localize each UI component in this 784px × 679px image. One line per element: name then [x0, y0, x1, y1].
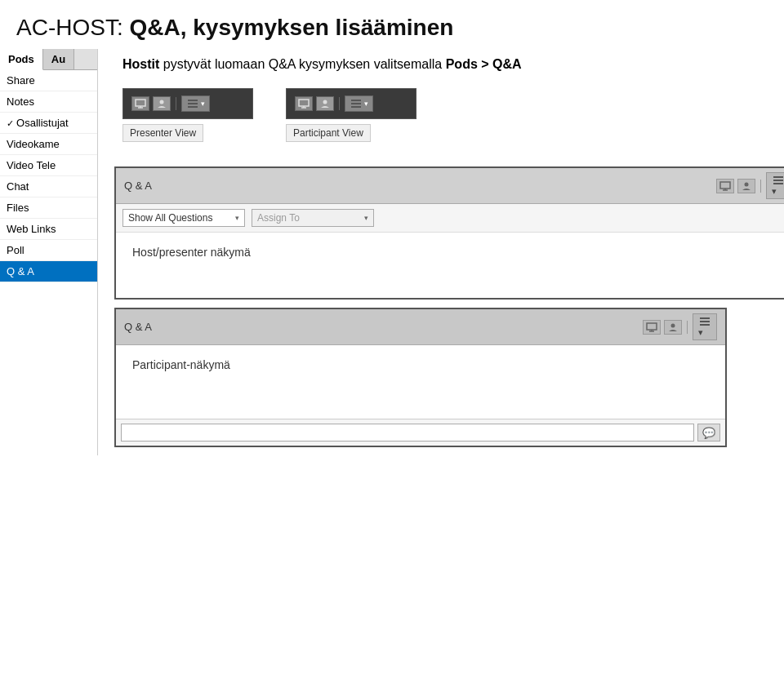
participant-screen-icon [295, 96, 313, 111]
presenter-toolbar: ▾ [128, 94, 247, 113]
qa-host-person-icon [737, 179, 755, 193]
qa-host-controls: ▾ [716, 172, 784, 199]
participant-arrow: ▾ [364, 100, 368, 108]
main-content: Pods Au Share Notes Osallistujat Videoka… [0, 49, 784, 455]
presenter-lines-icon [186, 98, 199, 109]
sidebar-item-notes[interactable]: Notes [0, 91, 97, 113]
svg-rect-0 [136, 100, 145, 106]
presenter-screen-icon [131, 96, 149, 111]
presenter-separator [176, 97, 176, 110]
sidebar-item-chat[interactable]: Chat [0, 176, 97, 197]
sidebar-tab-pods[interactable]: Pods [0, 49, 43, 70]
qa-participant-body-text: Participant-näkymä [132, 358, 230, 371]
sidebar-tab-au[interactable]: Au [43, 49, 74, 69]
sidebar-item-files[interactable]: Files [0, 197, 97, 219]
show-all-questions-arrow: ▾ [235, 214, 239, 222]
page-header: AC-HOST: Q&A, kysymyksen lisääminen [0, 0, 784, 49]
assign-to-arrow: ▾ [364, 214, 368, 222]
sidebar-item-videotele[interactable]: Video Tele [0, 155, 97, 176]
assign-to-dropdown[interactable]: Assign To ▾ [252, 209, 374, 227]
qa-participant-controls: ▾ [643, 313, 717, 340]
presenter-view-label: Presenter View [122, 124, 203, 142]
sidebar-menu: Share Notes Osallistujat Videokame Video… [0, 70, 97, 282]
qa-host-lines-icon [772, 175, 784, 186]
participant-view-panel: ▾ [286, 88, 416, 119]
right-panel: Hostit pystyvät luomaan Q&A kysymyksen v… [98, 49, 784, 455]
presenter-menu-btn[interactable]: ▾ [181, 95, 210, 112]
participant-view-label: Participant View [286, 124, 371, 142]
participant-separator [339, 97, 340, 110]
qa-host-toolbar: Show All Questions ▾ Assign To ▾ [116, 204, 784, 233]
participant-view-container: ▾ Participant View [286, 88, 416, 142]
qa-host-screen-icon [716, 179, 734, 193]
qa-host-header: Q & A ▾ [116, 168, 784, 204]
qa-send-button[interactable]: 💬 [697, 424, 720, 442]
qa-participant-person-icon [664, 320, 682, 335]
svg-point-7 [323, 100, 327, 104]
qa-participant-footer: 💬 [116, 419, 725, 446]
qa-host-body-text: Host/presenter näkymä [132, 246, 251, 259]
title-bold: Q&A, kysymyksen lisääminen [129, 15, 453, 40]
desc-bold2: Pods > Q&A [446, 57, 522, 71]
sidebar-item-share[interactable]: Share [0, 70, 97, 91]
svg-point-3 [160, 100, 164, 104]
participant-lines-icon [350, 98, 363, 109]
qa-send-icon: 💬 [702, 427, 715, 439]
show-all-questions-dropdown[interactable]: Show All Questions ▾ [122, 209, 245, 227]
title-prefix: AC-HOST: [16, 15, 129, 40]
svg-rect-8 [720, 182, 730, 189]
screenshots-row: ▾ Presenter View [122, 88, 784, 142]
qa-participant-panel: Q & A ▾ [114, 308, 727, 447]
sidebar: Pods Au Share Notes Osallistujat Videoka… [0, 49, 98, 455]
desc-bold: Hostit [122, 57, 159, 71]
svg-rect-12 [647, 323, 657, 330]
svg-point-15 [671, 323, 675, 327]
qa-participant-separator [687, 321, 688, 334]
participant-menu-btn[interactable]: ▾ [345, 95, 373, 112]
qa-participant-lines-icon [698, 316, 711, 327]
participant-person-icon [316, 96, 334, 111]
show-all-questions-label: Show All Questions [128, 212, 212, 224]
description: Hostit pystyvät luomaan Q&A kysymyksen v… [122, 57, 784, 72]
participant-toolbar: ▾ [292, 94, 411, 113]
svg-point-11 [745, 182, 749, 186]
qa-host-body: Host/presenter näkymä [116, 233, 784, 298]
sidebar-item-osallistujat[interactable]: Osallistujat [0, 113, 97, 134]
qa-participant-input[interactable] [121, 424, 694, 442]
qa-participant-body: Participant-näkymä [116, 345, 725, 419]
presenter-arrow: ▾ [201, 100, 205, 108]
sidebar-item-videokame[interactable]: Videokame [0, 134, 97, 155]
qa-host-menu-btn[interactable]: ▾ [766, 172, 784, 199]
qa-host-panel: Q & A ▾ [114, 166, 784, 300]
presenter-view-container: ▾ Presenter View [122, 88, 253, 142]
presenter-person-icon [153, 96, 171, 111]
qa-host-title: Q & A [124, 180, 152, 192]
qa-participant-header: Q & A ▾ [116, 309, 725, 345]
qa-participant-title: Q & A [124, 321, 152, 333]
qa-host-separator [760, 180, 761, 193]
sidebar-tabs: Pods Au [0, 49, 97, 70]
sidebar-item-weblinks[interactable]: Web Links [0, 219, 97, 240]
qa-participant-screen-icon [643, 320, 661, 335]
presenter-view-panel: ▾ [122, 88, 253, 119]
sidebar-item-poll[interactable]: Poll [0, 240, 97, 261]
assign-to-label: Assign To [257, 212, 300, 224]
desc-text: pystyvät luomaan Q&A kysymyksen valitsem… [159, 57, 445, 71]
svg-rect-4 [299, 100, 309, 106]
qa-participant-menu-btn[interactable]: ▾ [693, 313, 717, 340]
sidebar-item-qa[interactable]: Q & A [0, 261, 97, 282]
